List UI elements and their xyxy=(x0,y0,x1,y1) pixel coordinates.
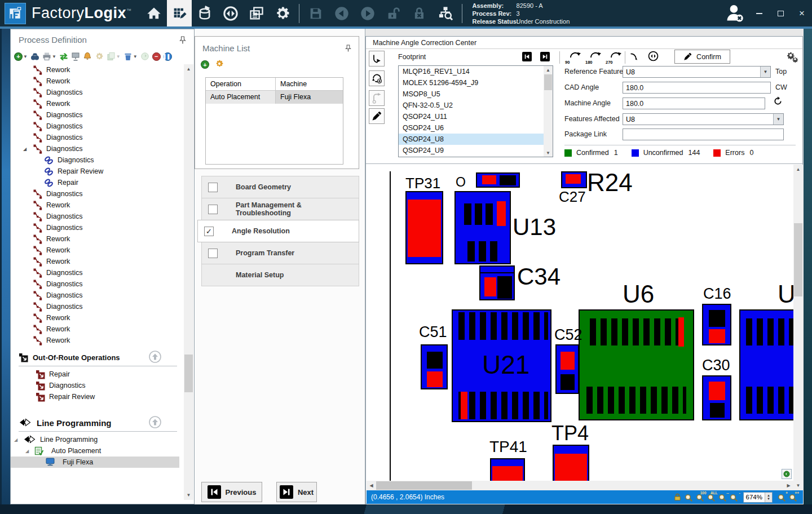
step-checkbox[interactable] xyxy=(208,205,218,214)
data-transfer-icon[interactable] xyxy=(218,0,244,26)
out-of-route-header[interactable]: Out-Of-Route Operations xyxy=(11,351,185,364)
zoom-out-icon[interactable]: - xyxy=(729,492,740,502)
refresh-faded-icon[interactable] xyxy=(140,52,149,61)
machine-angle-input[interactable] xyxy=(623,98,765,109)
step-angle-resolution[interactable]: ✓Angle Resolution xyxy=(197,220,359,242)
component-c16[interactable] xyxy=(702,304,731,345)
birdseye-view-icon[interactable] xyxy=(782,469,792,479)
component-unlabeled[interactable] xyxy=(476,172,520,188)
component-c30[interactable] xyxy=(702,375,731,420)
component-u13[interactable] xyxy=(454,191,511,264)
tree-item-repair[interactable]: Repair xyxy=(11,177,185,188)
delete-icon[interactable]: ▼ xyxy=(123,52,138,61)
process-search-icon[interactable] xyxy=(433,0,458,26)
promote-icon[interactable] xyxy=(149,416,161,430)
oor-item-repair-review[interactable]: Repair Review xyxy=(11,391,185,402)
tree-item-rework[interactable]: Rework xyxy=(11,233,185,245)
material-import-icon[interactable] xyxy=(192,0,218,26)
tree-item-diagnostics[interactable]: Diagnostics xyxy=(11,109,185,121)
line-programming-header[interactable]: Line Programming xyxy=(11,416,185,429)
home-icon[interactable] xyxy=(141,0,167,26)
zoom-level-spinner[interactable]: 674% ▲▼ xyxy=(743,492,773,503)
refresh-angle-icon[interactable] xyxy=(773,96,783,108)
component-c52[interactable] xyxy=(555,344,579,394)
footprint-item-mlqp16-rev1-u14[interactable]: MLQP16_REV1_U14 xyxy=(399,66,553,77)
promote-icon[interactable] xyxy=(149,351,161,365)
add-icon[interactable]: +▼ xyxy=(14,52,28,61)
step-checkbox[interactable] xyxy=(208,249,218,258)
tree-item-diagnostics[interactable]: ◢Diagnostics xyxy=(11,143,185,154)
documents-icon[interactable] xyxy=(244,0,270,26)
tree-item-diagnostics[interactable]: Diagnostics xyxy=(11,121,185,132)
print-icon[interactable]: ▼ xyxy=(42,52,56,61)
pin-icon[interactable] xyxy=(179,36,186,46)
rotate-270-button[interactable]: 270 xyxy=(605,50,622,65)
footprint-item-qsop24-u11[interactable]: QSOP24_U11 xyxy=(399,111,553,122)
remove-icon[interactable]: − xyxy=(152,52,161,61)
component-c27[interactable] xyxy=(561,171,587,188)
settings-icon[interactable] xyxy=(270,0,295,26)
tree-item-rework[interactable]: Rework xyxy=(11,64,185,76)
gear-faded-icon[interactable] xyxy=(95,52,104,61)
footprint-item-qfn-32-0-5-u2[interactable]: QFN-32-0.5_U2 xyxy=(399,100,553,111)
sync-icon[interactable] xyxy=(59,52,68,61)
dart-button[interactable] xyxy=(369,108,385,124)
add-machine-icon[interactable]: + xyxy=(201,60,209,69)
pin-icon[interactable] xyxy=(345,45,351,54)
pcb-vertical-scrollbar[interactable]: ▲ ▼ xyxy=(793,165,803,490)
user-account-icon[interactable] xyxy=(724,2,745,25)
lp-item-fuji-flexa[interactable]: Fuji Flexa xyxy=(11,457,179,468)
zoom-in-far-icon[interactable]: ++ xyxy=(787,492,798,502)
tree-item-diagnostics[interactable]: Diagnostics xyxy=(11,290,185,301)
component-tp41[interactable] xyxy=(490,458,525,481)
component-u-right[interactable] xyxy=(739,309,793,420)
maximize-button[interactable] xyxy=(776,9,785,18)
tree-item-rework[interactable]: Rework xyxy=(11,324,185,335)
step-program-transfer[interactable]: Program Transfer xyxy=(201,242,359,264)
footprint-scrollbar[interactable]: ▲ ▼ xyxy=(544,66,553,157)
step-board-geometry[interactable]: Board Geometry xyxy=(201,176,359,198)
zoom-out-far-icon[interactable]: -- xyxy=(717,492,729,502)
tree-item-rework[interactable]: Rework xyxy=(11,76,185,87)
features-affected-select[interactable]: U8 ▼ xyxy=(623,113,784,125)
lp-item-line-programming[interactable]: ◢Line Programming xyxy=(11,434,185,445)
oor-item-repair[interactable]: Repair xyxy=(11,369,185,380)
tree-item-rework[interactable]: Rework xyxy=(11,245,185,256)
copy-faded-icon[interactable]: ▼ xyxy=(107,52,121,61)
zoom-in-icon[interactable]: + xyxy=(776,492,787,502)
tree-item-rework[interactable]: Rework xyxy=(11,200,185,211)
pcb-viewer[interactable]: TP31 O U13 C27 R24 xyxy=(367,165,793,481)
close-button[interactable]: × xyxy=(797,9,806,18)
package-link-input[interactable] xyxy=(623,128,784,140)
tree-item-diagnostics[interactable]: Diagnostics xyxy=(11,267,185,278)
footprint-item-molex-51296-4594-j9[interactable]: MOLEX 51296-4594_J9 xyxy=(399,77,553,88)
rotate-90-button[interactable]: 90 xyxy=(564,50,581,65)
pause-icon[interactable]: ▌▌ xyxy=(164,52,172,61)
minimize-button[interactable] xyxy=(754,9,764,18)
process-definition-icon[interactable] xyxy=(167,0,192,26)
zoom-100-icon[interactable]: 100 xyxy=(695,492,706,502)
tree-item-diagnostics[interactable]: Diagnostics xyxy=(11,132,185,143)
tree-item-rework[interactable]: Rework xyxy=(11,256,185,267)
tree-item-rework[interactable]: Rework xyxy=(11,335,185,346)
reference-feature-select[interactable]: U8 ▼ xyxy=(623,66,771,78)
tree-item-diagnostics[interactable]: Diagnostics xyxy=(11,188,185,200)
component-c51[interactable] xyxy=(421,344,448,389)
table-row[interactable]: Auto Placement Fuji Flexa xyxy=(206,91,343,104)
footprint-next-icon[interactable] xyxy=(540,52,550,61)
zoom-window-icon[interactable] xyxy=(683,492,695,502)
footprint-item-qsop24-u8[interactable]: QSOP24_U8 xyxy=(399,134,553,145)
lock-icon[interactable] xyxy=(674,492,683,502)
settings-gears-icon[interactable] xyxy=(786,51,798,65)
step-part-management-troubleshooting[interactable]: Part Management & Troubleshooting xyxy=(201,198,359,220)
tree-item-diagnostics[interactable]: Diagnostics xyxy=(11,222,185,233)
tree-item-rework[interactable]: Rework xyxy=(11,98,185,109)
component-u6[interactable] xyxy=(579,309,694,420)
footprint-previous-icon[interactable] xyxy=(522,52,532,61)
step-checkbox[interactable]: ✓ xyxy=(204,227,214,236)
lp-item-auto-placement[interactable]: ◢Auto Placement xyxy=(11,445,185,457)
curve-arrow-icon[interactable] xyxy=(629,52,639,63)
rotate-180-button[interactable]: 180 xyxy=(585,50,602,65)
footprint-item-qsop24-u6[interactable]: QSOP24_U6 xyxy=(399,122,553,134)
tree-item-diagnostics[interactable]: Diagnostics xyxy=(11,211,185,222)
